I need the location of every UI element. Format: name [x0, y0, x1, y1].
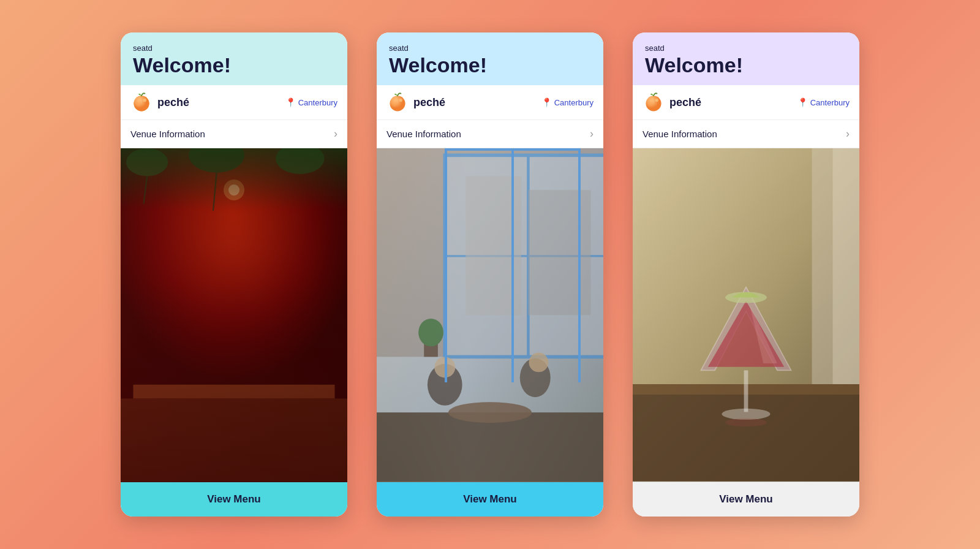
card-header-2: seatd Welcome!: [377, 32, 603, 85]
venue-name-1: peché: [157, 96, 189, 109]
location-text-3: Canterbury: [810, 98, 850, 107]
peach-icon-3: [643, 91, 665, 113]
cocktail-scene-svg: [633, 148, 859, 482]
card-header-1: seatd Welcome!: [121, 32, 347, 85]
svg-point-37: [655, 99, 658, 102]
view-menu-button-2[interactable]: View Menu: [377, 482, 603, 517]
location-pin-icon-2: 📍: [541, 97, 552, 107]
window-frame: [445, 148, 581, 382]
location-text-1: Canterbury: [298, 98, 337, 107]
location-pin-icon-1: 📍: [285, 97, 296, 107]
location-1: 📍 Canterbury: [285, 97, 337, 107]
app-name-2: seatd: [389, 44, 591, 53]
venue-info-row-2[interactable]: Venue Information ›: [377, 120, 603, 148]
chevron-right-icon-3: ›: [846, 127, 850, 140]
venue-logo-2: peché: [386, 91, 445, 113]
venue-info-row-1[interactable]: Venue Information ›: [121, 120, 347, 148]
venue-bar-3: peché 📍 Canterbury: [633, 85, 859, 120]
svg-point-36: [647, 98, 653, 107]
svg-point-49: [722, 409, 770, 420]
app-name-1: seatd: [133, 44, 335, 53]
venue-logo-1: peché: [130, 91, 189, 113]
card-blue: seatd Welcome! peché 📍 Canterb: [377, 32, 603, 517]
venue-name-3: peché: [669, 96, 701, 109]
card-purple: seatd Welcome! peché 📍 Canterb: [633, 32, 859, 517]
svg-point-28: [448, 403, 532, 423]
chevron-right-icon-2: ›: [590, 127, 594, 140]
venue-image-3: [633, 148, 859, 482]
view-menu-button-3[interactable]: View Menu: [633, 482, 859, 517]
location-text-2: Canterbury: [554, 98, 594, 107]
location-pin-icon-3: 📍: [797, 97, 808, 107]
venue-bar-1: peché 📍 Canterbury: [121, 85, 347, 120]
welcome-title-1: Welcome!: [133, 54, 335, 77]
welcome-title-2: Welcome!: [389, 54, 591, 77]
svg-point-16: [391, 98, 397, 107]
venue-image-1: [121, 148, 347, 482]
app-name-3: seatd: [645, 44, 847, 53]
chevron-right-icon-1: ›: [334, 127, 337, 140]
location-2: 📍 Canterbury: [541, 97, 594, 107]
venue-info-row-3[interactable]: Venue Information ›: [633, 120, 859, 148]
svg-point-17: [399, 99, 402, 102]
venue-logo-3: peché: [643, 91, 701, 113]
svg-rect-7: [121, 399, 347, 482]
svg-point-3: [143, 99, 146, 102]
peach-icon-2: [386, 91, 409, 113]
svg-point-30: [418, 319, 443, 346]
venue-image-2: [377, 148, 603, 482]
venue-info-text-2: Venue Information: [386, 129, 461, 139]
venue-bar-2: peché 📍 Canterbury: [377, 85, 603, 120]
peach-icon-1: [130, 91, 153, 113]
card-teal: seatd Welcome! peché 📍: [121, 32, 347, 517]
venue-info-text-1: Venue Information: [130, 129, 205, 139]
venue-name-2: peché: [413, 96, 445, 109]
svg-rect-6: [133, 385, 334, 399]
plant-overlay-1: [121, 148, 347, 210]
location-3: 📍 Canterbury: [797, 97, 850, 107]
svg-rect-48: [744, 371, 748, 412]
card-header-3: seatd Welcome!: [633, 32, 859, 85]
welcome-title-3: Welcome!: [645, 54, 847, 77]
view-menu-button-1[interactable]: View Menu: [121, 482, 347, 517]
venue-info-text-3: Venue Information: [643, 129, 717, 139]
svg-rect-41: [833, 148, 859, 391]
svg-point-50: [725, 418, 767, 427]
svg-point-2: [135, 98, 141, 107]
